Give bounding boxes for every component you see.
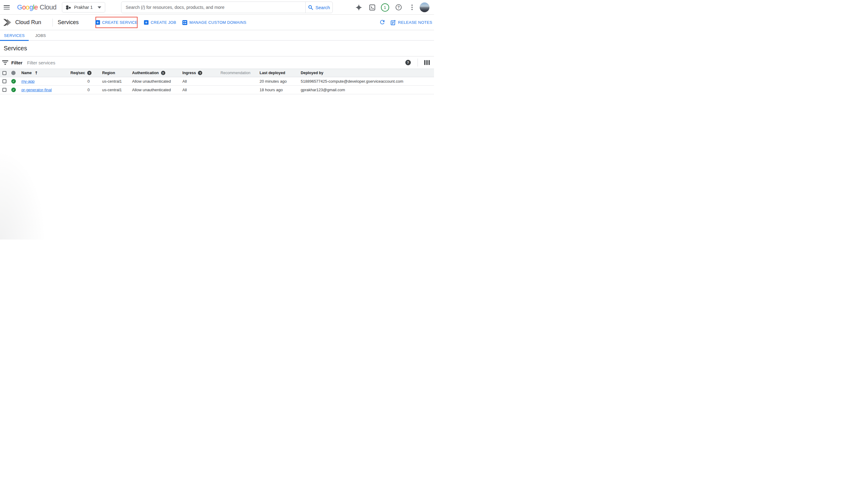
tab-services-label: SERVICES [4,33,25,38]
authentication-value: Allow unauthenticated [132,79,171,84]
search-button[interactable]: Search [306,2,333,13]
project-name: Prakhar 1 [74,5,93,10]
create-service-label: CREATE SERVICE [102,20,137,25]
ingress-help-icon[interactable]: ? [198,71,202,75]
last-deployed-value: 20 minutes ago [259,79,287,84]
product-title: Cloud Run [15,14,41,30]
create-job-button[interactable]: + CREATE JOB [144,17,176,28]
last-deployed-value: 18 hours ago [259,88,283,92]
req-sec-value: 0 [88,88,90,92]
release-notes-label: RELEASE NOTES [398,20,432,25]
avatar [420,2,429,12]
table-row: ✓ my-app 0 us-central1 Allow unauthentic… [0,77,434,86]
project-selector[interactable]: Prakhar 1 [62,2,105,12]
release-notes-icon [391,20,396,25]
status-column-icon [11,71,16,75]
sort-ascending-icon[interactable]: ↑ [34,70,38,76]
notification-count: 1 [384,5,386,10]
help-button[interactable]: ? [395,0,402,14]
authentication-value: Allow unauthenticated [132,88,171,92]
req-sec-value: 0 [88,79,90,84]
tab-bar: SERVICES JOBS [0,30,434,40]
content-heading-row: Services [0,40,434,56]
filter-bar-divider [417,59,418,66]
column-header-last-deployed: Last deployed [259,71,285,75]
tab-jobs[interactable]: JOBS [29,30,53,40]
app-root: Google Cloud Prakhar 1 Search [0,0,434,239]
page-section-label: Services [58,14,79,30]
ingress-value: All [182,88,187,92]
refresh-button[interactable] [378,19,386,27]
tab-jobs-label: JOBS [35,33,46,38]
column-header-req-sec: Req/sec [70,71,85,75]
search-input[interactable] [121,2,305,13]
more-vert-icon [411,5,413,10]
authentication-help-icon[interactable]: ? [161,71,165,75]
annotation-highlight-box: + CREATE SERVICE [95,17,137,28]
manage-custom-domains-label: MANAGE CUSTOM DOMAINS [189,20,246,25]
page-header: Cloud Run Services + CREATE SERVICE + CR… [0,14,434,30]
domains-icon [182,20,187,25]
column-header-deployed-by: Deployed by [301,71,323,75]
region-value: us-central1 [102,88,122,92]
refresh-icon [379,19,385,25]
cloud-shell-icon[interactable] [368,0,376,14]
search-button-label: Search [315,5,330,10]
deployed-by-value: gprakhar123@gmail.com [301,88,345,92]
column-header-ingress: Ingress [182,71,196,75]
service-link[interactable]: qr-generator-final [21,88,52,92]
ingress-value: All [182,79,187,84]
column-display-options-icon[interactable] [424,60,430,65]
corner-shadow [0,108,52,239]
help-icon: ? [396,4,402,10]
manage-custom-domains-button[interactable]: MANAGE CUSTOM DOMAINS [182,17,246,28]
add-box-icon: + [95,20,100,25]
gemini-icon[interactable] [355,0,362,14]
more-options-button[interactable] [410,0,414,14]
create-service-button[interactable]: + CREATE SERVICE [95,20,137,25]
search-bar: Search [121,2,333,13]
terminal-icon [369,4,375,11]
table-row: ✓ qr-generator-final 0 us-central1 Allow… [0,86,434,94]
cloud-wordmark: Cloud [40,3,56,11]
filter-input[interactable] [27,60,405,65]
region-value: us-central1 [102,79,122,84]
release-notes-button[interactable]: RELEASE NOTES [391,17,432,28]
row-checkbox[interactable] [2,79,6,83]
filter-help-icon[interactable]: ? [405,60,411,65]
table-header-row: Name ↑ Req/sec ? Region Authentication ?… [0,69,434,77]
column-header-recommendation: Recommendation [220,71,250,75]
add-box-icon: + [144,20,149,25]
hamburger-menu-icon[interactable] [4,5,10,9]
cloud-run-icon [3,18,12,27]
google-cloud-logo[interactable]: Google Cloud [17,0,56,14]
filter-bar: Filter ? [0,56,434,69]
status-ok-icon: ✓ [11,88,16,92]
tab-services[interactable]: SERVICES [0,30,29,40]
create-job-label: CREATE JOB [151,20,176,25]
column-header-authentication: Authentication [132,71,159,75]
header-divider [53,19,53,27]
topbar: Google Cloud Prakhar 1 Search [0,0,434,14]
project-hexagons-icon [66,5,71,10]
sparkle-icon [355,4,362,11]
filter-label: Filter [11,60,23,65]
filter-icon [2,60,8,65]
search-icon [308,5,313,10]
services-table: Name ↑ Req/sec ? Region Authentication ?… [0,69,434,94]
column-header-region: Region [102,71,115,75]
service-link[interactable]: my-app [21,79,34,84]
req-sec-help-icon[interactable]: ? [87,71,92,75]
google-wordmark: Google [17,3,38,11]
row-checkbox[interactable] [2,88,6,92]
notification-badge: 1 [381,3,389,11]
column-header-name[interactable]: Name [21,71,32,75]
notifications-button[interactable]: 1 [381,0,389,14]
page-title: Services [4,45,27,52]
deployed-by-value: 518896577425-compute@developer.gservicea… [301,79,403,84]
select-all-checkbox[interactable] [2,71,6,75]
account-button[interactable] [420,0,429,14]
chevron-down-icon [98,6,101,8]
status-ok-icon: ✓ [11,79,16,84]
